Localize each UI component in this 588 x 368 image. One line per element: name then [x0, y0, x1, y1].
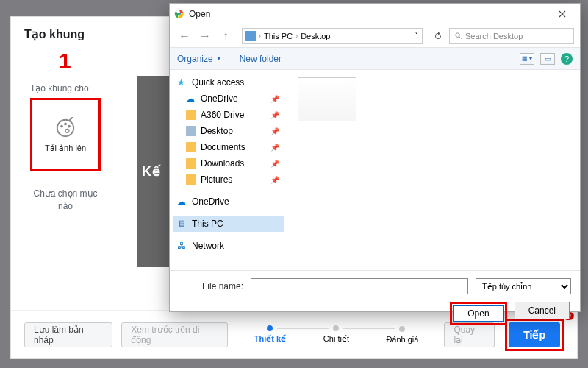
dialog-close-button[interactable] — [549, 4, 576, 24]
breadcrumb-bar[interactable]: › This PC › Desktop ˅ — [242, 28, 423, 44]
chrome-icon — [174, 9, 184, 19]
refresh-button[interactable] — [430, 28, 446, 44]
tree-desktop[interactable]: Desktop📌 — [173, 123, 284, 139]
pin-icon: 📌 — [270, 176, 279, 184]
annotation-1: 1 — [59, 49, 71, 74]
create-for-label: Tạo khung cho: — [30, 83, 118, 93]
svg-point-0 — [57, 119, 74, 136]
pin-icon: 📌 — [270, 95, 279, 103]
pin-icon: 📌 — [270, 111, 279, 119]
nav-tree[interactable]: ★Quick access ☁OneDrive📌 A360 Drive📌 Des… — [170, 70, 287, 270]
dialog-title: Open — [189, 9, 210, 19]
dialog-toolbar: Organize▼ New folder ▦ ▾ ▭ ? — [170, 48, 580, 70]
upload-label: Tải ảnh lên — [45, 144, 86, 153]
save-draft-button[interactable]: Lưu làm bản nháp — [24, 322, 112, 347]
nav-back-button[interactable]: ← — [176, 27, 193, 45]
pc-icon: 🖥 — [177, 219, 187, 229]
cloud-icon: ☁ — [186, 93, 196, 104]
pin-icon: 📌 — [270, 127, 279, 135]
search-box[interactable]: Search Desktop — [449, 28, 574, 44]
open-button[interactable]: Open — [453, 305, 503, 322]
desktop-icon — [186, 126, 196, 136]
pin-icon: 📌 — [270, 144, 279, 152]
tree-this-pc[interactable]: 🖥This PC — [173, 216, 284, 232]
tree-pictures[interactable]: Pictures📌 — [173, 171, 284, 188]
network-icon: 🖧 — [177, 241, 187, 251]
file-thumbnail[interactable] — [298, 77, 356, 121]
search-icon — [454, 32, 462, 40]
breadcrumb-root[interactable]: This PC — [264, 32, 293, 40]
cancel-button[interactable]: Cancel — [514, 302, 570, 319]
breadcrumb-dropdown[interactable]: ˅ — [415, 31, 419, 40]
close-icon — [559, 10, 566, 18]
svg-point-1 — [60, 124, 63, 127]
left-panel: Tạo khung cho: Tải ảnh lên Chưa chọn mục… — [30, 83, 118, 213]
refresh-icon — [434, 32, 442, 40]
tree-onedrive[interactable]: ☁OneDrive📌 — [173, 91, 284, 107]
breadcrumb-leaf[interactable]: Desktop — [301, 32, 330, 40]
file-type-select[interactable]: Tệp tùy chỉnh — [476, 278, 571, 294]
file-name-input[interactable] — [251, 278, 468, 294]
view-mode-button[interactable]: ▦ ▾ — [520, 53, 534, 65]
dialog-nav: ← → ↑ › This PC › Desktop ˅ Search Deskt… — [170, 24, 580, 48]
search-placeholder: Search Desktop — [465, 32, 523, 40]
tree-downloads[interactable]: Downloads📌 — [173, 155, 284, 171]
tree-network[interactable]: 🖧Network — [173, 238, 284, 254]
chevron-down-icon: ▼ — [216, 55, 222, 62]
palette-icon — [54, 117, 76, 139]
pc-icon — [245, 31, 256, 41]
folder-icon — [186, 142, 196, 152]
new-folder-button[interactable]: New folder — [240, 54, 282, 64]
upload-image-tile[interactable]: Tải ảnh lên — [30, 98, 101, 171]
svg-point-7 — [456, 33, 460, 38]
folder-icon — [186, 110, 196, 120]
file-open-dialog: Open ← → ↑ › This PC › Desktop ˅ Search … — [169, 3, 581, 312]
tree-onedrive-root[interactable]: ☁OneDrive — [173, 194, 284, 210]
cloud-icon: ☁ — [177, 197, 187, 207]
folder-icon — [186, 174, 196, 185]
pin-icon: 📌 — [270, 160, 279, 168]
folder-icon — [186, 158, 196, 169]
dialog-bottom: File name: Tệp tùy chỉnh Open Cancel — [170, 270, 580, 334]
preview-pane-button[interactable]: ▭ — [540, 53, 555, 65]
tree-documents[interactable]: Documents📌 — [173, 139, 284, 155]
nav-up-button[interactable]: ↑ — [217, 27, 234, 45]
tree-quick-access[interactable]: ★Quick access — [173, 74, 284, 91]
highlight-box-2: Open — [450, 302, 506, 325]
file-name-label: File name: — [179, 281, 243, 291]
nav-forward-button[interactable]: → — [196, 27, 214, 45]
no-selection-text: Chưa chọn mục nào — [30, 188, 101, 213]
tree-a360[interactable]: A360 Drive📌 — [173, 107, 284, 123]
svg-point-4 — [65, 129, 69, 132]
file-list-area[interactable] — [287, 70, 580, 270]
svg-point-2 — [64, 122, 67, 125]
help-button[interactable]: ? — [561, 53, 573, 65]
dialog-titlebar: Open — [170, 4, 580, 24]
svg-point-3 — [68, 124, 71, 127]
organize-menu[interactable]: Organize▼ — [177, 54, 222, 64]
star-icon: ★ — [177, 77, 187, 88]
